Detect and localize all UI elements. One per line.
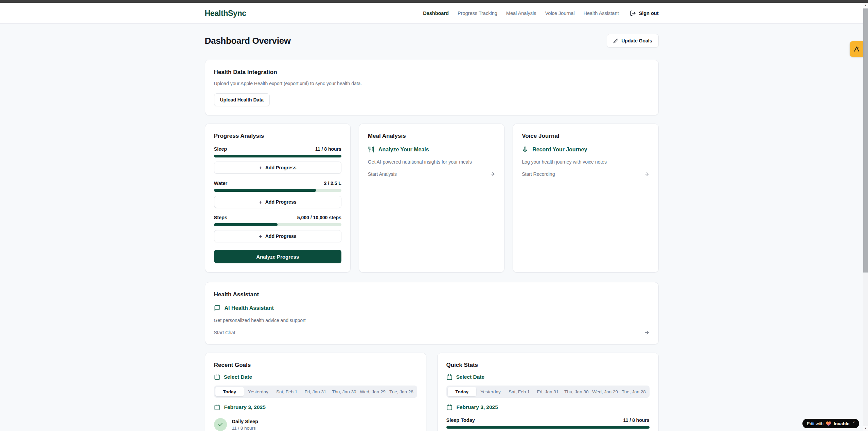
metric-steps: Steps 5,000 / 10,000 steps + Add Progres… bbox=[214, 215, 341, 242]
goal-name: Daily Sleep bbox=[232, 419, 258, 424]
record-your-journey-link[interactable]: Record Your Journey bbox=[522, 146, 649, 153]
feature-link-label: AI Health Assistant bbox=[225, 305, 274, 311]
progress-bar-water bbox=[214, 189, 341, 192]
start-analysis-link[interactable]: Start Analysis bbox=[368, 171, 495, 177]
selected-date-label: February 3, 2025 bbox=[457, 404, 498, 410]
page-title: Dashboard Overview bbox=[205, 36, 291, 46]
pencil-icon bbox=[613, 38, 618, 43]
gradient-heart-icon bbox=[826, 421, 831, 426]
card-title: Health Assistant bbox=[214, 291, 650, 298]
edit-with-lovable-badge[interactable]: Edit with lovable × bbox=[802, 419, 859, 428]
tab-sat-feb-1[interactable]: Sat, Feb 1 bbox=[272, 387, 301, 396]
card-title: Meal Analysis bbox=[368, 133, 495, 139]
start-chat-link[interactable]: Start Chat bbox=[214, 330, 650, 335]
add-progress-button-sleep[interactable]: + Add Progress bbox=[214, 162, 341, 174]
add-progress-button-water[interactable]: + Add Progress bbox=[214, 196, 341, 208]
tab-fri-jan-31[interactable]: Fri, Jan 31 bbox=[301, 387, 330, 396]
action-label: Start Recording bbox=[522, 171, 555, 177]
selected-date[interactable]: February 3, 2025 bbox=[214, 404, 417, 410]
browser-top-strip bbox=[0, 0, 868, 3]
metric-value: 11 / 8 hours bbox=[315, 146, 341, 152]
tab-wed-jan-29[interactable]: Wed, Jan 29 bbox=[358, 387, 387, 396]
lovable-edge-badge[interactable] bbox=[850, 41, 863, 57]
stat-label: Sleep Today bbox=[446, 417, 475, 423]
main-nav: Dashboard Progress Tracking Meal Analysi… bbox=[423, 10, 658, 16]
tab-thu-jan-30[interactable]: Thu, Jan 30 bbox=[330, 387, 358, 396]
card-title: Health Data Integration bbox=[214, 69, 650, 76]
tab-today[interactable]: Today bbox=[448, 387, 476, 396]
scrollbar-thumb[interactable] bbox=[863, 8, 868, 273]
update-goals-button[interactable]: Update Goals bbox=[607, 34, 658, 48]
upload-health-data-button[interactable]: Upload Health Data bbox=[214, 93, 270, 106]
sign-out-label: Sign out bbox=[639, 11, 659, 16]
nav-item-dashboard[interactable]: Dashboard bbox=[423, 11, 449, 16]
lovable-mark-icon bbox=[853, 45, 860, 53]
progress-bar-steps bbox=[214, 223, 341, 226]
analyze-your-meals-link[interactable]: Analyze Your Meals bbox=[368, 146, 495, 153]
card-title: Recent Goals bbox=[214, 362, 417, 369]
goal-list-item: Daily Sleep 11 / 8 hours bbox=[214, 418, 417, 431]
tab-sat-feb-1[interactable]: Sat, Feb 1 bbox=[505, 387, 533, 396]
add-progress-label: Add Progress bbox=[265, 199, 297, 205]
progress-bar-sleep-today bbox=[446, 426, 650, 429]
nav-item-meal-analysis[interactable]: Meal Analysis bbox=[506, 11, 536, 16]
nav-item-voice-journal[interactable]: Voice Journal bbox=[545, 11, 574, 16]
lovable-prefix: Edit with bbox=[807, 421, 823, 426]
quick-stats-card: Quick Stats Select Date Today Yesterday … bbox=[437, 353, 659, 431]
scrollbar-down-arrow[interactable]: ▼ bbox=[863, 426, 868, 431]
lovable-brand: lovable bbox=[834, 421, 850, 426]
tab-today[interactable]: Today bbox=[215, 387, 244, 396]
microphone-icon bbox=[522, 146, 528, 153]
chat-bubble-icon bbox=[214, 305, 220, 311]
selected-date[interactable]: February 3, 2025 bbox=[446, 404, 650, 410]
feature-link-label: Analyze Your Meals bbox=[378, 147, 429, 153]
date-tabs: Today Yesterday Sat, Feb 1 Fri, Jan 31 T… bbox=[214, 386, 417, 398]
check-icon bbox=[218, 422, 223, 427]
tab-wed-jan-29[interactable]: Wed, Jan 29 bbox=[591, 387, 619, 396]
analyze-progress-button[interactable]: Analyze Progress bbox=[214, 250, 341, 263]
ai-health-assistant-link[interactable]: AI Health Assistant bbox=[214, 305, 650, 311]
tab-tue-jan-28[interactable]: Tue, Jan 28 bbox=[619, 387, 648, 396]
calendar-icon bbox=[446, 374, 453, 380]
utensils-icon bbox=[368, 146, 374, 153]
add-progress-label: Add Progress bbox=[265, 165, 297, 170]
plus-icon: + bbox=[259, 165, 262, 171]
select-date-link[interactable]: Select Date bbox=[446, 374, 650, 380]
select-date-link[interactable]: Select Date bbox=[214, 374, 417, 380]
calendar-icon bbox=[214, 374, 220, 380]
date-tabs: Today Yesterday Sat, Feb 1 Fri, Jan 31 T… bbox=[446, 386, 650, 398]
select-date-label: Select Date bbox=[224, 374, 252, 380]
nav-item-health-assistant[interactable]: Health Assistant bbox=[584, 11, 619, 16]
card-title: Voice Journal bbox=[522, 133, 649, 139]
add-progress-button-steps[interactable]: + Add Progress bbox=[214, 230, 341, 242]
plus-icon: + bbox=[259, 233, 262, 239]
metric-label: Water bbox=[214, 181, 228, 186]
close-icon[interactable]: × bbox=[853, 420, 855, 424]
action-label: Start Chat bbox=[214, 330, 235, 335]
tab-yesterday[interactable]: Yesterday bbox=[476, 387, 505, 396]
goal-value: 11 / 8 hours bbox=[232, 426, 258, 431]
metric-value: 2 / 2.5 L bbox=[324, 181, 341, 186]
feature-link-label: Record Your Journey bbox=[532, 147, 587, 153]
app-logo[interactable]: HealthSync bbox=[205, 9, 246, 18]
metric-label: Sleep bbox=[214, 146, 227, 152]
tab-thu-jan-30[interactable]: Thu, Jan 30 bbox=[562, 387, 591, 396]
tab-tue-jan-28[interactable]: Tue, Jan 28 bbox=[387, 387, 415, 396]
goal-completed-badge bbox=[214, 418, 227, 431]
health-data-integration-card: Health Data Integration Upload your Appl… bbox=[205, 60, 659, 115]
sign-out-button[interactable]: Sign out bbox=[630, 10, 659, 16]
voice-journal-card: Voice Journal Record Your Journey Log yo… bbox=[513, 124, 658, 273]
calendar-icon bbox=[214, 404, 220, 410]
scrollbar-up-arrow[interactable]: ▲ bbox=[863, 3, 868, 8]
calendar-icon bbox=[446, 404, 453, 410]
page: HealthSync Dashboard Progress Tracking M… bbox=[0, 3, 863, 431]
card-title: Progress Analysis bbox=[214, 133, 341, 139]
start-recording-link[interactable]: Start Recording bbox=[522, 171, 649, 177]
arrow-right-icon bbox=[644, 171, 650, 177]
card-description: Upload your Apple Health export (export.… bbox=[214, 81, 650, 86]
meal-analysis-card: Meal Analysis Analyze Your Meals Get AI-… bbox=[359, 124, 504, 273]
tab-yesterday[interactable]: Yesterday bbox=[244, 387, 272, 396]
update-goals-label: Update Goals bbox=[621, 38, 652, 43]
tab-fri-jan-31[interactable]: Fri, Jan 31 bbox=[533, 387, 562, 396]
nav-item-progress-tracking[interactable]: Progress Tracking bbox=[458, 11, 497, 16]
